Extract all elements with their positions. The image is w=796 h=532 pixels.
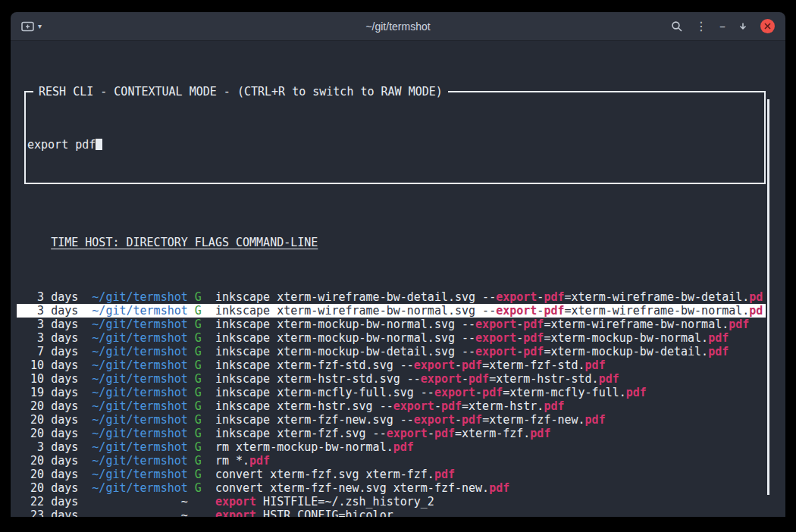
time-cell: 7 days xyxy=(17,345,92,358)
search-button[interactable] xyxy=(671,20,683,33)
resh-search-box: RESH CLI - CONTEXTUAL MODE - (CTRL+R to … xyxy=(24,91,766,184)
flags-cell: G xyxy=(188,481,215,495)
flags-cell: G xyxy=(188,399,215,413)
time-cell: 10 days xyxy=(17,358,92,372)
close-icon xyxy=(764,23,771,30)
titlebar-left-controls: ▾ xyxy=(21,21,42,32)
flags-cell: G xyxy=(188,304,215,318)
history-row[interactable]: 20 days ~/git/termshot G inkscape xterm-… xyxy=(17,427,766,440)
history-row[interactable]: 20 days ~/git/termshot G rm *.pdf xyxy=(17,454,766,468)
search-icon xyxy=(671,20,683,33)
time-cell: 20 days xyxy=(17,413,92,427)
flags-cell xyxy=(188,509,215,517)
restore-icon xyxy=(738,21,748,32)
scrollbar[interactable] xyxy=(767,99,769,495)
menu-button[interactable]: ⋮ xyxy=(695,20,707,33)
host-directory-cell: ~/git/termshot xyxy=(92,413,187,427)
history-row[interactable]: 10 days ~/git/termshot G inkscape xterm-… xyxy=(17,358,766,372)
time-cell: 20 days xyxy=(17,481,92,495)
history-row[interactable]: 10 days ~/git/termshot G inkscape xterm-… xyxy=(17,372,766,386)
flags-cell: G xyxy=(188,427,215,440)
search-query-text: export pdf xyxy=(27,138,96,152)
flags-cell: G xyxy=(188,468,215,481)
host-directory-cell: ~/git/termshot xyxy=(92,345,187,358)
close-button[interactable] xyxy=(760,19,775,33)
host-directory-cell: ~/git/termshot xyxy=(92,331,187,345)
search-input[interactable]: export pdf xyxy=(27,138,763,152)
time-cell: 22 days xyxy=(17,495,181,509)
time-cell: 20 days xyxy=(17,427,92,440)
time-cell: 20 days xyxy=(17,399,92,413)
flags-cell: G xyxy=(188,372,215,386)
host-directory-cell: ~/git/termshot xyxy=(92,358,187,372)
time-cell: 19 days xyxy=(17,386,92,399)
host-directory-cell: ~/git/termshot xyxy=(92,427,187,440)
history-row[interactable]: 3 days ~/git/termshot G rm xterm-mockup-… xyxy=(17,440,766,454)
new-tab-button[interactable]: ▾ xyxy=(21,21,42,32)
host-directory-cell: ~/git/termshot xyxy=(92,290,187,304)
table-header-text: TIME HOST: DIRECTORY FLAGS COMMAND-LINE xyxy=(51,236,318,249)
terminal-window: ▾ ~/git/termshot ⋮ – R xyxy=(11,12,785,517)
history-row[interactable]: 23 days ~ export HSTR_CONFIG=hicolor xyxy=(17,509,766,517)
host-directory-cell: ~ xyxy=(181,509,188,517)
minimize-button[interactable]: – xyxy=(719,20,725,33)
history-row[interactable]: 3 days ~/git/termshot G inkscape xterm-w… xyxy=(17,304,766,318)
flags-cell: G xyxy=(188,440,215,454)
time-cell: 3 days xyxy=(17,290,92,304)
history-row[interactable]: 20 days ~/git/termshot G convert xterm-f… xyxy=(17,481,766,495)
time-cell: 23 days xyxy=(17,509,181,517)
host-directory-cell: ~/git/termshot xyxy=(92,454,187,468)
flags-cell: G xyxy=(188,290,215,304)
titlebar-right-controls: ⋮ – xyxy=(671,19,775,33)
history-row[interactable]: 20 days ~/git/termshot G convert xterm-f… xyxy=(17,468,766,481)
host-directory-cell: ~/git/termshot xyxy=(92,468,187,481)
host-directory-cell: ~/git/termshot xyxy=(92,399,187,413)
minimize-icon: – xyxy=(719,20,725,33)
history-rows: 3 days ~/git/termshot G inkscape xterm-w… xyxy=(17,290,766,517)
history-row[interactable]: 3 days ~/git/termshot G inkscape xterm-w… xyxy=(17,290,766,304)
host-directory-cell: ~/git/termshot xyxy=(92,372,187,386)
time-cell: 20 days xyxy=(17,468,92,481)
flags-cell: G xyxy=(188,345,215,358)
host-directory-cell: ~/git/termshot xyxy=(92,304,187,318)
flags-cell xyxy=(188,495,215,509)
menu-icon: ⋮ xyxy=(695,20,707,33)
table-header: TIME HOST: DIRECTORY FLAGS COMMAND-LINE xyxy=(17,236,785,249)
dropdown-caret-icon: ▾ xyxy=(38,22,42,30)
time-cell: 20 days xyxy=(17,454,92,468)
flags-cell: G xyxy=(188,358,215,372)
history-row[interactable]: 7 days ~/git/termshot G inkscape xterm-m… xyxy=(17,345,766,358)
new-tab-icon xyxy=(21,21,34,32)
resh-mode-title: RESH CLI - CONTEXTUAL MODE - (CTRL+R to … xyxy=(33,85,448,99)
history-row[interactable]: 20 days ~/git/termshot G inkscape xterm-… xyxy=(17,399,766,413)
flags-cell: G xyxy=(188,331,215,345)
history-row[interactable]: 20 days ~/git/termshot G inkscape xterm-… xyxy=(17,413,766,427)
host-directory-cell: ~ xyxy=(181,495,188,509)
history-row[interactable]: 3 days ~/git/termshot G inkscape xterm-m… xyxy=(17,331,766,345)
terminal-content: RESH CLI - CONTEXTUAL MODE - (CTRL+R to … xyxy=(11,41,785,517)
window-title: ~/git/termshot xyxy=(11,20,785,33)
table-header-indent xyxy=(17,236,51,249)
time-cell: 10 days xyxy=(17,372,92,386)
flags-cell: G xyxy=(188,454,215,468)
text-cursor xyxy=(96,139,102,150)
titlebar: ▾ ~/git/termshot ⋮ – xyxy=(11,12,785,41)
time-cell: 3 days xyxy=(17,318,92,331)
history-row[interactable]: 22 days ~ export HISTFILE=~/.zsh_history… xyxy=(17,495,766,509)
time-cell: 3 days xyxy=(17,440,92,454)
flags-cell: G xyxy=(188,318,215,331)
host-directory-cell: ~/git/termshot xyxy=(92,318,187,331)
history-row[interactable]: 3 days ~/git/termshot G inkscape xterm-m… xyxy=(17,318,766,331)
flags-cell: G xyxy=(188,386,215,399)
host-directory-cell: ~/git/termshot xyxy=(92,440,187,454)
flags-cell: G xyxy=(188,413,215,427)
time-cell: 3 days xyxy=(17,331,92,345)
history-row[interactable]: 19 days ~/git/termshot G inkscape xterm-… xyxy=(17,386,766,399)
host-directory-cell: ~/git/termshot xyxy=(92,386,187,399)
host-directory-cell: ~/git/termshot xyxy=(92,481,187,495)
restore-button[interactable] xyxy=(738,21,748,32)
time-cell: 3 days xyxy=(17,304,92,318)
